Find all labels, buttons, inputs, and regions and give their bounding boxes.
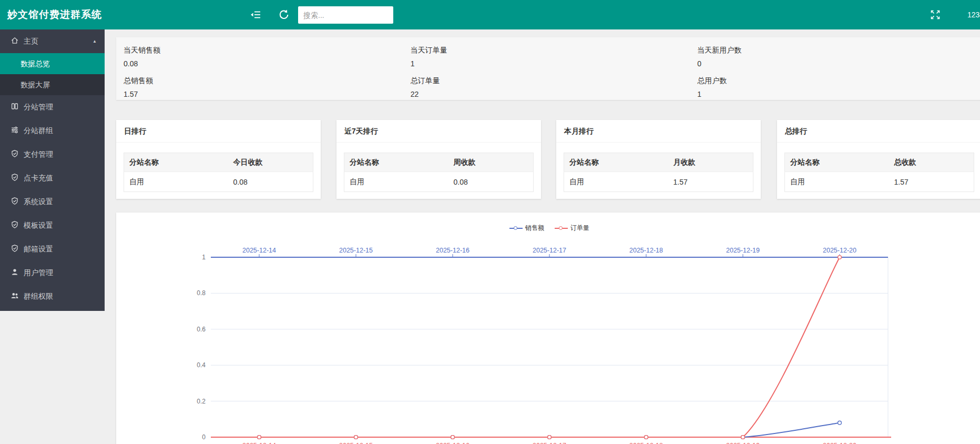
sidebar-item-payment-mgmt[interactable]: 支付管理 bbox=[0, 143, 105, 166]
sidebar-item-card-recharge[interactable]: 点卡充值 bbox=[0, 166, 105, 190]
legend-item-sales[interactable]: 销售额 bbox=[509, 224, 544, 233]
chart-legend: 销售额 订单量 bbox=[211, 224, 888, 233]
line-series-icon bbox=[509, 226, 523, 231]
monthly-ranking-card: 本月排行 分站名称 月收款 自用 1.57 bbox=[556, 120, 761, 199]
svg-text:2025-12-17: 2025-12-17 bbox=[533, 442, 566, 444]
stat-value: 1 bbox=[697, 90, 980, 98]
stat-today-sales: 当天销售额 0.08 bbox=[124, 46, 411, 68]
home-icon bbox=[11, 36, 19, 45]
stat-total-sales: 总销售额 1.57 bbox=[124, 76, 411, 98]
user-icon bbox=[11, 268, 19, 276]
stat-label: 总销售额 bbox=[124, 76, 411, 86]
app-title: 妙文馆付费进群系统 bbox=[7, 0, 102, 29]
sidebar-item-substation-mgmt[interactable]: 分站管理 bbox=[0, 95, 105, 119]
daily-ranking-card: 日排行 分站名称 今日收款 自用 0.08 bbox=[116, 120, 321, 199]
weekly-ranking-card: 近7天排行 分站名称 周收款 自用 0.08 bbox=[336, 120, 541, 199]
amount-cell: 0.08 bbox=[448, 172, 534, 192]
sidebar-item-label: 点卡充值 bbox=[24, 174, 53, 182]
sidebar-item-label: 分站管理 bbox=[24, 103, 53, 111]
svg-text:2025-12-18: 2025-12-18 bbox=[629, 442, 663, 444]
legend-label: 销售额 bbox=[525, 224, 544, 233]
sidebar-subitem-data-screen[interactable]: 数据大屏 bbox=[0, 74, 105, 95]
stat-value: 1 bbox=[411, 59, 698, 68]
shield-check-icon bbox=[11, 197, 19, 205]
amount-cell: 1.57 bbox=[668, 172, 753, 192]
shield-check-icon bbox=[11, 244, 19, 253]
stat-today-orders: 当天订单量 1 bbox=[411, 46, 698, 68]
stat-value: 22 bbox=[411, 90, 698, 98]
svg-text:0.8: 0.8 bbox=[197, 289, 206, 297]
sidebar-toggle-icon[interactable] bbox=[250, 9, 261, 21]
card-title: 本月排行 bbox=[556, 120, 761, 143]
legend-item-orders[interactable]: 订单量 bbox=[555, 224, 589, 233]
sidebar-item-label: 模板设置 bbox=[24, 221, 53, 229]
svg-text:2025-12-16: 2025-12-16 bbox=[436, 442, 469, 444]
table-row: 自用 0.08 bbox=[344, 172, 534, 192]
table-row: 自用 1.57 bbox=[785, 172, 974, 192]
column-header: 总收款 bbox=[889, 153, 974, 172]
site-name-cell: 自用 bbox=[785, 172, 889, 192]
sidebar-item-label: 系统设置 bbox=[24, 197, 53, 206]
chevron-up-icon: ▲ bbox=[93, 29, 97, 53]
svg-text:1: 1 bbox=[202, 254, 206, 261]
legend-label: 订单量 bbox=[570, 224, 589, 233]
sidebar-item-home[interactable]: 主页 ▲ bbox=[0, 29, 105, 53]
column-header: 周收款 bbox=[448, 153, 534, 172]
sidebar-item-label: 支付管理 bbox=[24, 150, 53, 158]
svg-text:2025-12-14: 2025-12-14 bbox=[242, 442, 276, 444]
sidebar-item-substation-groups[interactable]: 分站群组 bbox=[0, 119, 105, 143]
svg-text:2025-12-20: 2025-12-20 bbox=[823, 247, 856, 254]
search-input[interactable] bbox=[298, 6, 393, 24]
column-header: 分站名称 bbox=[564, 153, 668, 172]
stat-label: 总用户数 bbox=[697, 76, 980, 86]
table-row: 自用 0.08 bbox=[124, 172, 313, 192]
sales-orders-chart-panel: 销售额 订单量 2025-12-142025-12-142025-12-1520… bbox=[116, 213, 980, 444]
svg-text:0.2: 0.2 bbox=[197, 398, 206, 405]
card-title: 总排行 bbox=[777, 120, 980, 143]
column-header: 今日收款 bbox=[228, 153, 313, 172]
svg-text:2025-12-18: 2025-12-18 bbox=[629, 247, 663, 254]
stat-total-orders: 总订单量 22 bbox=[411, 76, 698, 98]
stat-label: 当天销售额 bbox=[124, 46, 411, 55]
shield-check-icon bbox=[11, 149, 19, 158]
table-row: 自用 1.57 bbox=[564, 172, 753, 192]
sidebar-item-group-permissions[interactable]: 群组权限 bbox=[0, 285, 105, 308]
stat-today-new-users: 当天新用户数 0 bbox=[697, 46, 980, 68]
svg-text:2025-12-14: 2025-12-14 bbox=[242, 247, 276, 254]
ranking-table: 分站名称 月收款 自用 1.57 bbox=[564, 153, 753, 192]
svg-text:0.4: 0.4 bbox=[197, 361, 206, 369]
column-header: 分站名称 bbox=[344, 153, 448, 172]
sidebar-item-system-settings[interactable]: 系统设置 bbox=[0, 190, 105, 214]
sidebar-nav: 主页 ▲ 数据总览 数据大屏 分站管理 分站群组 支付管理 点卡充值 系统设置 … bbox=[0, 29, 105, 311]
sidebar-subitem-data-overview[interactable]: 数据总览 bbox=[0, 53, 105, 74]
stat-value: 0.08 bbox=[124, 59, 411, 68]
column-header: 分站名称 bbox=[785, 153, 889, 172]
ranking-table: 分站名称 今日收款 自用 0.08 bbox=[124, 153, 313, 192]
sidebar-item-template-settings[interactable]: 模板设置 bbox=[0, 214, 105, 237]
sales-orders-line-chart: 2025-12-142025-12-142025-12-152025-12-15… bbox=[116, 213, 980, 444]
sidebar-item-label: 群组权限 bbox=[24, 292, 53, 300]
sidebar-item-label: 主页 bbox=[24, 37, 38, 45]
card-title: 近7天排行 bbox=[336, 120, 541, 143]
svg-text:2025-12-19: 2025-12-19 bbox=[726, 247, 760, 254]
refresh-icon[interactable] bbox=[278, 9, 290, 21]
sidebar-item-email-settings[interactable]: 邮箱设置 bbox=[0, 237, 105, 261]
ranking-table: 分站名称 周收款 自用 0.08 bbox=[344, 153, 534, 192]
line-series-icon bbox=[555, 226, 568, 231]
site-name-cell: 自用 bbox=[124, 172, 228, 192]
username-menu[interactable]: 12345 bbox=[967, 0, 980, 29]
ranking-table: 分站名称 总收款 自用 1.57 bbox=[784, 153, 974, 192]
sidebar-item-user-mgmt[interactable]: 用户管理 bbox=[0, 261, 105, 285]
svg-text:2025-12-15: 2025-12-15 bbox=[339, 442, 373, 444]
amount-cell: 1.57 bbox=[889, 172, 974, 192]
svg-text:0: 0 bbox=[202, 433, 206, 441]
stat-label: 当天订单量 bbox=[411, 46, 698, 55]
fullscreen-icon[interactable] bbox=[930, 9, 941, 20]
svg-text:2025-12-16: 2025-12-16 bbox=[436, 247, 469, 254]
svg-text:2025-12-19: 2025-12-19 bbox=[726, 442, 760, 444]
svg-text:2025-12-20: 2025-12-20 bbox=[823, 442, 856, 444]
site-name-cell: 自用 bbox=[564, 172, 668, 192]
users-icon bbox=[11, 291, 19, 300]
column-header: 月收款 bbox=[668, 153, 753, 172]
svg-text:0.6: 0.6 bbox=[197, 326, 206, 333]
